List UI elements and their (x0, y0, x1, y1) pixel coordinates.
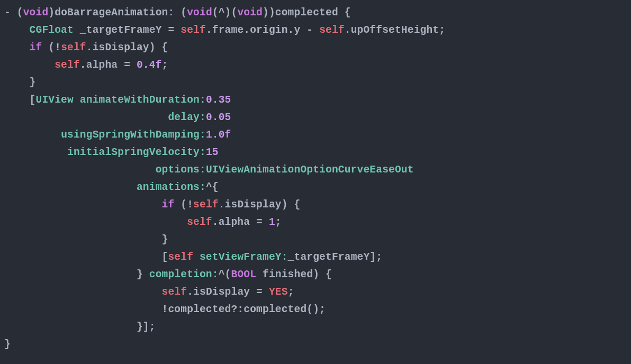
code-token: (! (42, 42, 61, 53)
code-token: (^)( (212, 7, 238, 19)
code-line: } (4, 339, 11, 350)
code-line: [UIView animateWithDuration:0.35 (4, 94, 231, 106)
code-token: .isDisplay = (187, 286, 269, 298)
code-token: 0.35 (206, 94, 231, 106)
code-token (4, 216, 187, 228)
code-token: void (23, 7, 49, 19)
code-token: .isDisplay) { (219, 199, 301, 211)
code-token: initialSpringVelocity: (67, 147, 206, 158)
code-token: } (4, 234, 168, 245)
code-token: self (61, 42, 86, 53)
code-token: setViewFrameY: (200, 251, 288, 263)
code-token: 0.05 (206, 112, 231, 123)
code-token (4, 199, 162, 211)
code-token (4, 59, 55, 71)
code-token: usingSpringWithDamping: (61, 129, 206, 141)
code-token: [ (4, 251, 168, 263)
code-token: UIView (36, 94, 74, 106)
code-token: }]; (4, 321, 156, 333)
code-token: self (319, 24, 345, 36)
code-line: - (void)doBarrageAnimation: (void(^)(voi… (4, 7, 351, 19)
code-token: !complected?:complected(); (4, 304, 326, 315)
code-token: ; (275, 216, 282, 228)
code-line: } (4, 234, 168, 245)
code-token: self (181, 24, 206, 36)
code-token: )doBarrageAnimation: ( (48, 7, 187, 19)
code-token: } (4, 269, 149, 280)
code-block: - (void)doBarrageAnimation: (void(^)(voi… (0, 0, 631, 358)
code-token: if (162, 199, 175, 211)
code-token: ^( (219, 269, 231, 280)
code-token: animations: (137, 181, 206, 193)
code-token (4, 24, 30, 36)
code-line: if (!self.isDisplay) { (4, 199, 300, 211)
code-token (4, 147, 67, 158)
code-line: }]; (4, 321, 156, 333)
code-line: [self setViewFrameY:_targetFrameY]; (4, 251, 382, 263)
code-token: completion: (149, 269, 219, 280)
code-token: .alpha = (80, 59, 137, 71)
code-token: 1 (269, 216, 275, 228)
code-line: } completion:^(BOOL finished) { (4, 269, 332, 280)
code-token: } (4, 77, 36, 88)
code-token: ; (288, 286, 294, 298)
code-line: if (!self.isDisplay) { (4, 42, 168, 53)
code-token: .isDisplay) { (86, 42, 168, 53)
code-token: void (187, 7, 212, 19)
code-line: options:UIViewAnimationOptionCurveEaseOu… (4, 164, 414, 176)
code-token: self (55, 59, 80, 71)
code-token: self (162, 286, 187, 298)
code-token: .upOffsetHeight; (345, 24, 445, 36)
code-token (4, 181, 137, 193)
code-token: finished) { (256, 269, 332, 280)
code-token (4, 129, 61, 141)
code-token: .frame.origin.y - (206, 24, 319, 36)
code-token: animateWithDuration: (80, 94, 206, 106)
code-token: ^{ (206, 181, 219, 193)
code-token: if (30, 42, 42, 53)
code-token: 0.4f (137, 59, 162, 71)
code-token: - ( (4, 7, 23, 19)
code-token (4, 42, 30, 53)
code-token: 15 (206, 147, 219, 158)
code-token: [ (4, 94, 36, 106)
code-token (193, 251, 200, 263)
code-token: YES (269, 286, 288, 298)
code-token: self (193, 199, 219, 211)
code-token (4, 286, 162, 298)
code-token: UIViewAnimationOptionCurveEaseOut (206, 164, 414, 176)
code-token: BOOL (231, 269, 256, 280)
code-line: } (4, 77, 36, 88)
code-token: } (4, 339, 11, 350)
code-token: self (168, 251, 193, 263)
code-token: ; (162, 59, 168, 71)
code-token: self (187, 216, 212, 228)
code-token: (! (174, 199, 193, 211)
code-line: !complected?:complected(); (4, 304, 326, 315)
code-token (74, 94, 80, 106)
code-line: delay:0.05 (4, 112, 231, 123)
code-token: CGFloat (30, 24, 74, 36)
code-line: CGFloat _targetFrameY = self.frame.origi… (4, 24, 445, 36)
code-line: animations:^{ (4, 181, 219, 193)
code-line: self.isDisplay = YES; (4, 286, 294, 298)
code-line: self.alpha = 1; (4, 216, 282, 228)
code-token: _targetFrameY]; (288, 251, 383, 263)
code-token: .alpha = (212, 216, 269, 228)
code-line: usingSpringWithDamping:1.0f (4, 129, 231, 141)
code-token: _targetFrameY = (74, 24, 181, 36)
code-token: ))complected { (263, 7, 351, 19)
code-line: self.alpha = 0.4f; (4, 59, 168, 71)
code-token: 1.0f (206, 129, 231, 141)
code-token: options: (156, 164, 206, 176)
code-token: delay: (168, 112, 205, 123)
code-token: void (237, 7, 263, 19)
code-token (4, 164, 156, 176)
code-line: initialSpringVelocity:15 (4, 147, 219, 158)
code-token (4, 112, 168, 123)
